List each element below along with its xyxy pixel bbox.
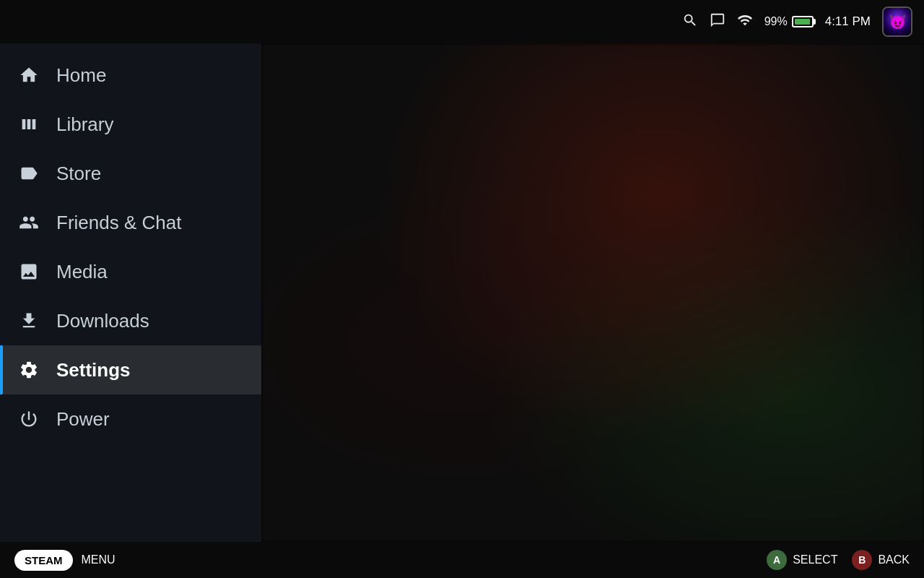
avatar[interactable]: 😈	[882, 7, 912, 37]
battery-percent: 99%	[764, 15, 788, 28]
bottom-bar: STEAM MENU A SELECT B BACK	[0, 542, 924, 578]
b-button-icon: B	[852, 550, 872, 570]
a-button-icon: A	[767, 550, 787, 570]
sidebar-label-store: Store	[56, 163, 101, 185]
sidebar-item-settings[interactable]: Settings	[0, 345, 261, 394]
sidebar-item-power[interactable]: Power	[0, 394, 261, 444]
sidebar: Home Library Store Friends & Chat	[0, 43, 261, 542]
library-icon	[17, 113, 40, 136]
battery-icon	[792, 16, 814, 27]
avatar-emoji: 😈	[889, 13, 907, 30]
select-label: SELECT	[793, 553, 837, 566]
search-icon[interactable]	[682, 12, 698, 32]
settings-icon	[17, 358, 40, 381]
home-icon	[17, 64, 40, 87]
steam-button[interactable]: STEAM	[14, 550, 73, 571]
friends-icon	[17, 211, 40, 234]
sidebar-label-settings: Settings	[56, 359, 131, 381]
messaging-icon[interactable]	[710, 12, 725, 32]
main-background	[261, 43, 924, 542]
sidebar-item-store[interactable]: Store	[0, 149, 261, 198]
sidebar-label-home: Home	[56, 64, 106, 87]
power-icon	[17, 407, 40, 431]
bottom-right: A SELECT B BACK	[767, 550, 910, 570]
bottom-left: STEAM MENU	[14, 550, 116, 571]
store-icon	[17, 162, 40, 185]
sidebar-label-power: Power	[56, 408, 110, 431]
sidebar-item-downloads[interactable]: Downloads	[0, 296, 261, 345]
clock: 4:11 PM	[825, 14, 871, 29]
menu-label: MENU	[82, 553, 116, 566]
sidebar-item-media[interactable]: Media	[0, 247, 261, 296]
back-label: BACK	[878, 553, 910, 566]
sidebar-item-library[interactable]: Library	[0, 100, 261, 149]
sidebar-item-friends[interactable]: Friends & Chat	[0, 198, 261, 247]
battery-indicator: 99%	[764, 15, 814, 28]
downloads-icon	[17, 309, 40, 332]
back-button[interactable]: B BACK	[852, 550, 910, 570]
sidebar-label-media: Media	[56, 261, 108, 283]
sidebar-label-friends: Friends & Chat	[56, 212, 181, 234]
sidebar-label-downloads: Downloads	[56, 310, 149, 332]
top-bar: 99% 4:11 PM 😈	[0, 0, 924, 43]
media-icon	[17, 260, 40, 283]
broadcast-icon[interactable]	[737, 12, 753, 32]
sidebar-item-home[interactable]: Home	[0, 51, 261, 100]
select-button[interactable]: A SELECT	[767, 550, 837, 570]
sidebar-label-library: Library	[56, 113, 113, 136]
